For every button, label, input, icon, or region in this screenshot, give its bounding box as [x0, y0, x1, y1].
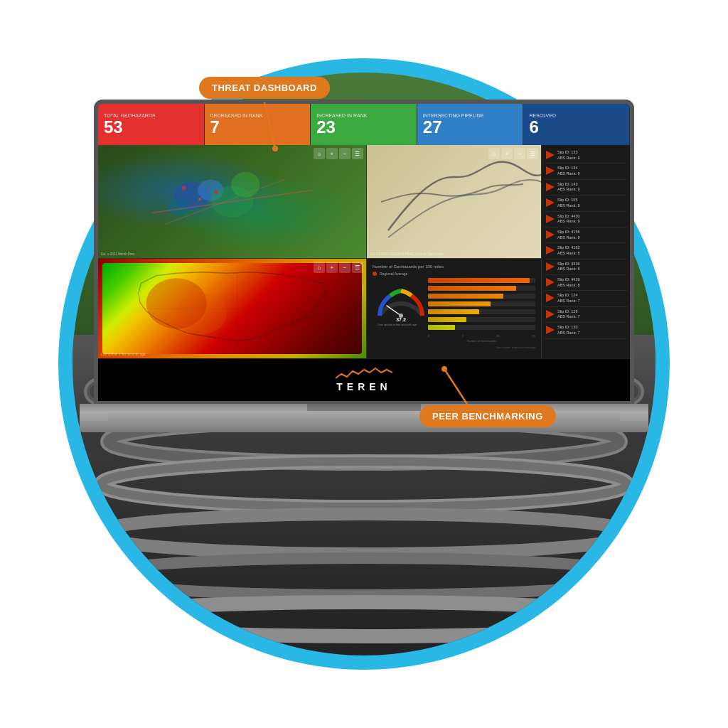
list-item[interactable]: Slip ID: 130 ABS Rank: 7 — [545, 323, 627, 338]
bar-track — [428, 278, 535, 283]
map-btn-zoom-in[interactable]: + — [326, 148, 338, 159]
chart-area: Number of Geohazards per 100 miles Regio… — [367, 259, 541, 358]
svg-marker-38 — [546, 326, 555, 334]
right-panel: Slip ID: 133 ABS Rank: 9 Slip ID: 134 AB… — [542, 145, 630, 358]
scene-container: Total Geohazards 53 Decreased in Rank 7 … — [0, 0, 728, 728]
heatmap-caption: Last update a few seconds ago — [101, 353, 145, 356]
slip-text: Slip ID: 124 ABS Rank: 7 — [557, 293, 580, 304]
pipeline-map-btn-zoom-out[interactable]: − — [514, 148, 525, 159]
list-item[interactable]: Slip ID: 4429 ABS Rank: 8 — [545, 275, 627, 291]
middle-panels: ⌂ + − ☰ Cat: CEDAR USGS/Esri HERE, Garmi… — [367, 145, 542, 358]
bar-track — [428, 325, 535, 330]
svg-point-23 — [176, 294, 227, 334]
svg-text:37.2: 37.2 — [396, 317, 406, 322]
svg-marker-36 — [546, 294, 555, 302]
main-area: ⌂ + − ☰ Est. v-2021 Month Prec... — [98, 145, 630, 358]
map-btn-home[interactable]: ⌂ — [314, 148, 325, 159]
pipeline-map-toolbar: ⌂ + − ☰ — [488, 148, 538, 159]
list-item[interactable]: Slip ID: 134 ABS Rank: 9 — [545, 164, 627, 179]
svg-marker-37 — [546, 310, 555, 318]
bar-fill — [428, 301, 491, 306]
svg-marker-30 — [546, 198, 555, 207]
svg-marker-32 — [546, 230, 555, 239]
slip-text: Slip ID: 143 ABS Rank: 9 — [557, 182, 580, 193]
heatmap-btn-home[interactable]: ⌂ — [314, 262, 325, 273]
heatmap-btn-zoom-out[interactable]: − — [339, 262, 350, 273]
svg-point-14 — [231, 172, 259, 198]
teren-text: TEREN — [336, 381, 391, 392]
teren-wave-icon — [336, 368, 392, 380]
bar-fill — [428, 286, 516, 291]
list-item[interactable]: Slip ID: 4430 ABS Rank: 9 — [545, 212, 627, 228]
legend-label: Regional Average — [380, 272, 407, 276]
gauge-container: 37.2 Last update a few seconds ago — [373, 280, 535, 347]
bar-row — [428, 301, 535, 306]
weather-map-caption: Est. v-2021 Month Prec... — [101, 252, 137, 256]
bar-row — [428, 294, 535, 299]
svg-marker-35 — [546, 278, 555, 287]
svg-marker-27 — [546, 151, 555, 159]
stat-resolved: Resolved 6 — [523, 104, 630, 145]
map-btn-zoom-out[interactable]: − — [339, 148, 350, 159]
bar-row — [428, 317, 535, 322]
list-item[interactable]: Slip ID: 133 ABS Rank: 9 — [545, 148, 627, 164]
list-item[interactable]: Slip ID: 128 ABS Rank: 7 — [545, 307, 627, 323]
svg-point-8 — [87, 558, 641, 595]
slip-text: Slip ID: 133 ABS Rank: 9 — [557, 150, 580, 161]
pipeline-map: ⌂ + − ☰ Cat: CEDAR USGS/Esri HERE, Garmi… — [367, 145, 541, 259]
laptop-screen: Total Geohazards 53 Decreased in Rank 7 … — [94, 100, 634, 405]
pipeline-map-btn-layers[interactable]: ☰ — [527, 148, 538, 159]
left-panels: ⌂ + − ☰ Est. v-2021 Month Prec... — [98, 145, 367, 358]
bar-fill — [428, 294, 503, 299]
gauge-label: Last update a few seconds ago — [373, 323, 422, 326]
pipeline-map-btn-home[interactable]: ⌂ — [488, 148, 500, 159]
bar-row — [428, 325, 535, 330]
bar-track — [428, 286, 535, 291]
slip-text: Slip ID: 4156 ABS Rank: 9 — [557, 230, 580, 240]
bar-row — [428, 278, 535, 283]
slip-text: Slip ID: 155 ABS Rank: 9 — [557, 198, 580, 208]
slip-text: Slip ID: 128 ABS Rank: 7 — [557, 309, 580, 320]
bar-track — [428, 301, 535, 306]
svg-marker-33 — [546, 246, 555, 255]
heatmap-btn-layers[interactable]: ☰ — [352, 262, 363, 273]
weather-map-content — [98, 145, 366, 258]
bar-row — [428, 286, 535, 291]
bar-fill — [428, 309, 480, 314]
stat-intersecting: Intersecting Pipeline 27 — [417, 104, 524, 145]
bar-fill — [428, 325, 455, 330]
slip-text: Slip ID: 134 ABS Rank: 9 — [557, 166, 580, 176]
pipeline-map-btn-zoom-in[interactable]: + — [501, 148, 513, 159]
map-btn-layers[interactable]: ☰ — [352, 148, 363, 159]
legend-dot — [373, 272, 377, 276]
chart-legend: Regional Average — [373, 272, 535, 276]
bottom-bar: TEREN — [98, 358, 630, 401]
laptop: Total Geohazards 53 Decreased in Rank 7 … — [80, 100, 648, 469]
bar-fill — [428, 278, 530, 283]
heatmap-toolbar: ⌂ + − ☰ — [314, 262, 363, 273]
svg-line-41 — [444, 369, 469, 407]
teren-logo: TEREN — [336, 368, 392, 392]
svg-point-40 — [272, 146, 278, 151]
slip-text: Slip ID: 4336 ABS Rank: 8 — [557, 262, 580, 272]
callout-threat-dashboard: THREAT DASHBOARD — [199, 77, 330, 99]
gauge-wrapper: 37.2 Last update a few seconds ago — [373, 280, 422, 347]
svg-marker-29 — [546, 183, 555, 191]
chart-title: Number of Geohazards per 100 miles — [373, 264, 535, 269]
list-item[interactable]: Slip ID: 155 ABS Rank: 9 — [545, 196, 627, 211]
heatmap-btn-zoom-in[interactable]: + — [326, 262, 338, 273]
svg-marker-28 — [546, 166, 555, 175]
list-item[interactable]: Slip ID: 4162 ABS Rank: 8 — [545, 243, 627, 259]
list-item[interactable]: Slip ID: 143 ABS Rank: 9 — [545, 180, 627, 196]
list-item[interactable]: Slip ID: 124 ABS Rank: 7 — [545, 291, 627, 306]
svg-point-7 — [94, 514, 634, 554]
stat-bar: Total Geohazards 53 Decreased in Rank 7 … — [98, 104, 630, 145]
bar-row — [428, 309, 535, 314]
stat-total-geohazards: Total Geohazards 53 — [98, 104, 205, 145]
svg-line-24 — [387, 306, 401, 316]
svg-line-39 — [264, 102, 275, 149]
list-item[interactable]: Slip ID: 4156 ABS Rank: 9 — [545, 228, 627, 243]
slip-text: Slip ID: 4430 ABS Rank: 9 — [557, 214, 580, 225]
list-item[interactable]: Slip ID: 4336 ABS Rank: 8 — [545, 259, 627, 275]
bar-track — [428, 309, 535, 314]
